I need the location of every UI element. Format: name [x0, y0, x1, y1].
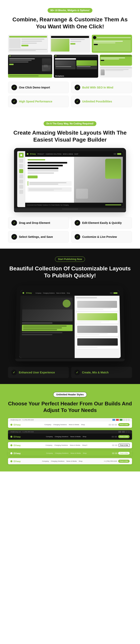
check-icon-p2: ✓: [74, 370, 80, 375]
check-icon-b2: ✓: [75, 220, 80, 226]
header-actions-2: Find A Site: [112, 435, 129, 438]
publish-feature-label-1: Enhanced User Experience: [19, 371, 55, 374]
laptop-screen: EVway PRODUCT CHARGING SOLUTIONS NEWS & …: [17, 151, 123, 207]
laptop-body: [25, 157, 123, 203]
tablet-header: EVway Company Charging Solutions News & …: [21, 290, 120, 296]
publish-badge: Start Publishing Now: [55, 256, 85, 262]
header-nav-2: Company Charging Solutions News & Media …: [46, 436, 86, 438]
builder-feature-4: ✓ Customize & Live Preview: [71, 231, 132, 242]
header-main-2: EVway Company Charging Solutions News & …: [8, 434, 132, 440]
tablet-article-list: [74, 296, 121, 358]
header-actions-1: Find A Site: [109, 423, 129, 426]
headers-badge: Unlimited Header Styles: [53, 392, 87, 397]
tablet-nav: Company Charging Solutions News & Media …: [35, 292, 70, 294]
check-icon-3: ✓: [12, 99, 17, 104]
builder-badge: Do It The Easy Way, No Coding Required!: [44, 121, 96, 126]
tablet-screen: EVway Company Charging Solutions News & …: [19, 290, 121, 358]
screen-thumbnails-row1: [8, 35, 132, 53]
tablet-body: [19, 296, 121, 358]
header-main-4: EVway Company Charging Solutions News & …: [8, 451, 132, 456]
builder-feature-2: ✓ Edit Element Easily & Quickly: [71, 217, 132, 229]
section1-headline: Combine, Rearrange & Customize Them As Y…: [8, 16, 132, 30]
laptop-main-content: EVway PRODUCT CHARGING SOLUTIONS NEWS & …: [25, 151, 123, 207]
tablet-mockup: EVway Company Charging Solutions News & …: [15, 286, 125, 361]
laptop-title-1: [28, 162, 67, 164]
builder-features-grid: ✓ Drag and Drop Element ✓ Edit Element E…: [8, 217, 132, 242]
header-actions-3: Find A Site: [112, 444, 129, 447]
header-main-1: EVway Company Charging Solutions News & …: [8, 422, 132, 428]
header-previews-list: info@evway.com +1 (700) 555-0100 EVway C…: [8, 418, 132, 466]
section4-headline: Choose Your Perfect Header From Our Buil…: [8, 400, 132, 413]
sidebar-dot-1: [19, 159, 23, 163]
tablet-logo: EVway: [26, 292, 32, 294]
tablet-card-3: [76, 325, 119, 336]
header-preview-1: info@evway.com +1 (700) 555-0100 EVway C…: [8, 418, 132, 428]
laptop-stand: [62, 208, 78, 210]
section-page-builder: Do It The Easy Way, No Coding Required! …: [0, 113, 140, 248]
builder-feature-label-2: Edit Element Easily & Quickly: [82, 221, 122, 224]
feature-label-2: Build With SEO In Mind: [82, 86, 113, 89]
feature-item-2: ✓ Build With SEO In Mind: [71, 82, 132, 93]
check-icon-1: ✓: [12, 85, 17, 90]
builder-feature-3: ✓ Select Settings, and Save: [8, 231, 69, 242]
laptop-base: [14, 208, 126, 212]
ui-blocks-badge: 90+ UI Blocks, Widgets & Options!: [48, 8, 92, 13]
section-publish: Start Publishing Now Beautiful Collectio…: [0, 248, 140, 384]
sidebar-dot-7: [19, 190, 23, 194]
laptop-nav: PRODUCT CHARGING SOLUTIONS NEWS & MEDIA …: [37, 153, 78, 155]
sidebar-dot-5: [19, 180, 23, 184]
laptop-mockup: EVway PRODUCT CHARGING SOLUTIONS NEWS & …: [14, 148, 126, 212]
sidebar-dot-4: [19, 174, 23, 178]
check-icon-b4: ✓: [75, 234, 80, 240]
screen-thumb-1: [8, 35, 48, 53]
laptop-image-area: [74, 157, 123, 203]
laptop-sidebar: [17, 151, 25, 207]
section-ui-blocks: 90+ UI Blocks, Widgets & Options! Combin…: [0, 0, 140, 113]
section2-headline: Create Amazing Website Layouts With The …: [8, 129, 132, 143]
header-nav-4: Company Charging Solutions News & Media …: [46, 452, 87, 454]
screen-thumb-3: [92, 35, 132, 53]
tablet-card-4: [76, 337, 119, 349]
publish-feature-1: ✓ Enhanced User Experience: [8, 367, 69, 378]
feature-label-3: High Speed Performance: [19, 100, 52, 103]
check-icon-p1: ✓: [11, 370, 17, 375]
feature-item-4: ✓ Unlimited Possibilities: [71, 96, 132, 107]
laptop-subtitle-1: [28, 170, 58, 171]
check-icon-b1: ✓: [12, 220, 17, 226]
laptop-cta-btn: [28, 176, 38, 178]
laptop-logo: EVway: [30, 153, 36, 155]
tablet-card-1: [76, 300, 118, 311]
check-icon-b3: ✓: [12, 234, 17, 240]
header-actions-4: Find A Site: [112, 452, 129, 454]
tablet-featured-article: [19, 296, 75, 358]
screen-thumb-stack: [100, 55, 132, 78]
builder-feature-1: ✓ Drag and Drop Element: [8, 217, 69, 229]
header-actions-5: +1 (700) 555-0100 Find A Site: [104, 460, 129, 463]
feature-item-1: ✓ One Click Demo Import: [8, 82, 69, 93]
screen-thumb-2: [50, 35, 90, 53]
features-grid-1: ✓ One Click Demo Import ✓ Build With SEO…: [8, 82, 132, 107]
header-nav-1: Company Charging Solutions News & Media …: [44, 424, 85, 426]
section-header-styles: Unlimited Header Styles Choose Your Perf…: [0, 384, 140, 472]
header-topbar-2: info@evway.com +1 (700) 555-0100: [8, 430, 132, 434]
section3-headline: Beautiful Collection Of Customizable Lay…: [8, 265, 132, 279]
publish-feature-label-2: Create, Mix & Match: [82, 371, 109, 374]
laptop-header-bar: EVway PRODUCT CHARGING SOLUTIONS NEWS & …: [25, 151, 123, 157]
header-topbar-1: info@evway.com +1 (700) 555-0100: [8, 418, 132, 422]
feature-label-1: One Click Demo Import: [19, 86, 50, 89]
header-nav-3: Company Charging Solutions News & Media …: [45, 444, 87, 446]
header-preview-5: EVway Company Charging Solutions News & …: [8, 458, 132, 464]
builder-feature-label-1: Drag and Drop Element: [19, 221, 50, 224]
header-main-5: EVway Company Charging Solutions News & …: [8, 458, 132, 464]
header-preview-3: EVway Company Charging Solutions News & …: [8, 442, 132, 448]
check-icon-2: ✓: [75, 85, 80, 90]
sidebar-dot-2: [19, 164, 23, 168]
header-main-3: EVway Company Charging Solutions News & …: [8, 442, 132, 448]
builder-feature-label-4: Customize & Live Preview: [82, 235, 117, 238]
feature-label-4: Unlimited Possibilities: [82, 100, 112, 103]
sidebar-dot-6: [19, 185, 23, 189]
sidebar-dot-3: [19, 169, 23, 173]
feature-item-3: ✓ High Speed Performance: [8, 96, 69, 107]
builder-feature-label-3: Select Settings, and Save: [19, 235, 53, 238]
screen-thumb-dark-car: [8, 55, 52, 78]
